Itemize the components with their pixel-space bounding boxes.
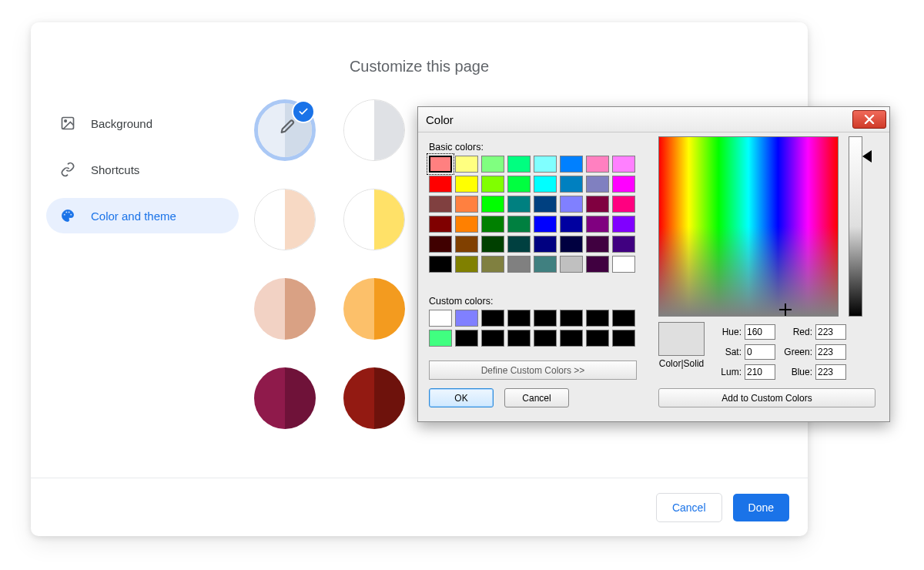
basic-color-swatch[interactable] — [534, 196, 557, 213]
basic-color-swatch[interactable] — [481, 176, 504, 193]
custom-color-swatch[interactable] — [507, 330, 531, 347]
blue-input[interactable] — [815, 364, 846, 380]
basic-color-swatch[interactable] — [429, 176, 452, 193]
custom-color-swatch[interactable] — [481, 330, 504, 347]
basic-color-swatch[interactable] — [560, 236, 583, 253]
basic-color-swatch[interactable] — [612, 196, 635, 213]
sat-label: Sat: — [717, 347, 745, 357]
basic-color-swatch[interactable] — [586, 256, 609, 273]
basic-color-swatch[interactable] — [586, 236, 609, 253]
dialog-footer: Cancel Done — [31, 478, 808, 536]
custom-color-swatch[interactable] — [612, 330, 635, 347]
basic-color-swatch[interactable] — [455, 256, 478, 273]
cancel-button[interactable]: Cancel — [504, 388, 569, 407]
add-to-custom-colors-button[interactable]: Add to Custom Colors — [658, 388, 875, 407]
basic-color-swatch[interactable] — [507, 236, 531, 253]
theme-swatch[interactable] — [343, 278, 405, 340]
custom-color-swatch[interactable] — [455, 330, 478, 347]
basic-color-swatch[interactable] — [560, 156, 583, 173]
color-solid-label: Color|Solid — [658, 358, 705, 369]
basic-color-swatch[interactable] — [481, 236, 504, 253]
theme-swatch[interactable] — [254, 278, 316, 340]
custom-color-swatch[interactable] — [455, 310, 478, 327]
basic-color-swatch[interactable] — [429, 196, 452, 213]
basic-color-swatch[interactable] — [586, 196, 609, 213]
color-spectrum[interactable] — [658, 136, 839, 317]
basic-color-swatch[interactable] — [507, 156, 531, 173]
basic-color-swatch[interactable] — [586, 176, 609, 193]
custom-color-swatch[interactable] — [534, 330, 557, 347]
basic-color-swatch[interactable] — [534, 176, 557, 193]
basic-color-swatch[interactable] — [586, 216, 609, 233]
basic-color-swatch[interactable] — [481, 216, 504, 233]
basic-color-swatch[interactable] — [612, 216, 635, 233]
custom-color-swatch[interactable] — [507, 310, 531, 327]
done-button[interactable]: Done — [733, 494, 789, 521]
ok-button[interactable]: OK — [429, 388, 494, 407]
green-label: Green: — [774, 347, 815, 357]
basic-color-swatch[interactable] — [560, 196, 583, 213]
basic-color-swatch[interactable] — [534, 236, 557, 253]
basic-color-swatch[interactable] — [429, 236, 452, 253]
custom-color-swatch[interactable] — [534, 310, 557, 327]
basic-color-swatch[interactable] — [507, 216, 531, 233]
basic-color-swatch[interactable] — [534, 156, 557, 173]
basic-color-swatch[interactable] — [534, 216, 557, 233]
basic-color-swatch[interactable] — [560, 176, 583, 193]
basic-color-swatch[interactable] — [560, 216, 583, 233]
custom-color-swatch[interactable] — [481, 310, 504, 327]
lum-input[interactable] — [745, 364, 775, 380]
theme-swatch[interactable] — [343, 99, 405, 161]
basic-color-swatch[interactable] — [455, 196, 478, 213]
crosshair-icon — [781, 305, 790, 314]
basic-color-swatch[interactable] — [560, 256, 583, 273]
link-icon — [60, 162, 75, 177]
sidebar-item-label: Background — [91, 117, 152, 130]
theme-swatch[interactable] — [254, 189, 316, 250]
basic-color-swatch[interactable] — [612, 176, 635, 193]
basic-color-swatch[interactable] — [429, 256, 452, 273]
theme-swatch[interactable] — [254, 367, 316, 429]
basic-color-swatch[interactable] — [534, 256, 557, 273]
sidebar-item-label: Color and theme — [91, 210, 176, 223]
custom-color-swatch[interactable] — [560, 310, 583, 327]
basic-color-swatch[interactable] — [507, 256, 531, 273]
theme-swatch-eyedropper[interactable] — [254, 99, 316, 161]
hue-input[interactable] — [745, 324, 775, 340]
sidebar-item-background[interactable]: Background — [46, 106, 239, 141]
luminosity-slider[interactable] — [849, 136, 862, 317]
titlebar[interactable]: Color — [418, 107, 889, 132]
sidebar-item-color-theme[interactable]: Color and theme — [46, 198, 239, 233]
basic-color-swatch[interactable] — [612, 156, 635, 173]
sidebar: Background Shortcuts Color and theme — [46, 106, 239, 244]
basic-color-swatch[interactable] — [481, 156, 504, 173]
custom-color-swatch[interactable] — [560, 330, 583, 347]
custom-color-swatch[interactable] — [586, 330, 609, 347]
basic-color-swatch[interactable] — [612, 236, 635, 253]
basic-color-swatch[interactable] — [481, 256, 504, 273]
sidebar-item-shortcuts[interactable]: Shortcuts — [46, 152, 239, 187]
basic-color-swatch[interactable] — [455, 236, 478, 253]
red-input[interactable] — [815, 324, 846, 340]
color-preview — [658, 322, 705, 356]
theme-swatch[interactable] — [343, 189, 405, 250]
basic-color-swatch[interactable] — [586, 156, 609, 173]
sat-input[interactable] — [745, 344, 775, 360]
basic-color-swatch[interactable] — [455, 176, 478, 193]
cancel-button[interactable]: Cancel — [656, 493, 722, 522]
custom-color-swatch[interactable] — [612, 310, 635, 327]
basic-color-swatch[interactable] — [507, 176, 531, 193]
theme-swatch[interactable] — [343, 367, 405, 429]
custom-color-swatch[interactable] — [586, 310, 609, 327]
basic-color-swatch[interactable] — [507, 196, 531, 213]
basic-color-swatch[interactable] — [429, 216, 452, 233]
close-button[interactable] — [852, 110, 886, 129]
basic-color-swatch[interactable] — [429, 156, 452, 173]
basic-color-swatch[interactable] — [481, 196, 504, 213]
green-input[interactable] — [815, 344, 846, 360]
custom-color-swatch[interactable] — [429, 330, 452, 347]
basic-color-swatch[interactable] — [612, 256, 635, 273]
basic-color-swatch[interactable] — [455, 216, 478, 233]
custom-color-swatch[interactable] — [429, 310, 452, 327]
basic-color-swatch[interactable] — [455, 156, 478, 173]
